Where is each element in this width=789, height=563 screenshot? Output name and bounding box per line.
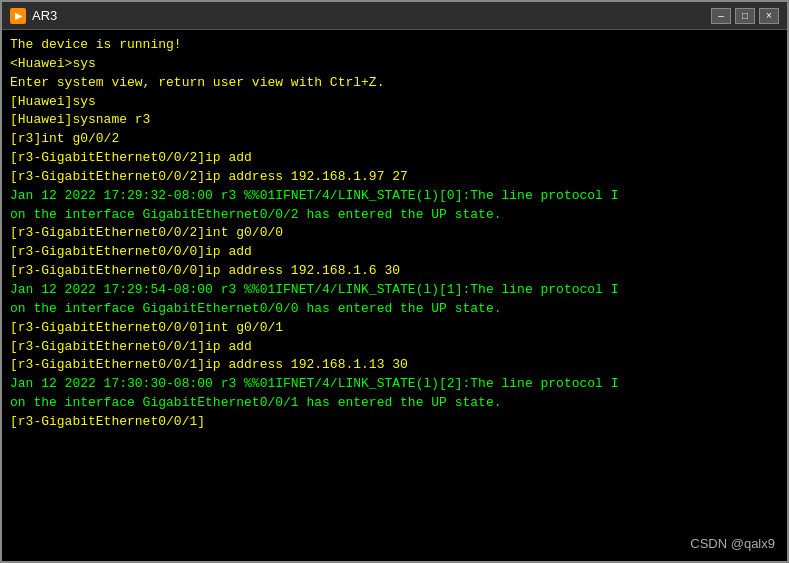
- terminal-line: [Huawei]sys: [10, 93, 779, 112]
- terminal-line: The device is running!: [10, 36, 779, 55]
- terminal-line: [r3-GigabitEthernet0/0/0]ip address 192.…: [10, 262, 779, 281]
- terminal-line: on the interface GigabitEthernet0/0/2 ha…: [10, 206, 779, 225]
- app-icon: ▶: [10, 8, 26, 24]
- maximize-button[interactable]: □: [735, 8, 755, 24]
- terminal-line: on the interface GigabitEthernet0/0/1 ha…: [10, 394, 779, 413]
- window-title: AR3: [32, 8, 711, 23]
- terminal-line: [r3-GigabitEthernet0/0/1]ip address 192.…: [10, 356, 779, 375]
- terminal-line: [Huawei]sysname r3: [10, 111, 779, 130]
- watermark: CSDN @qalx9: [690, 536, 775, 551]
- terminal-line: [r3-GigabitEthernet0/0/2]int g0/0/0: [10, 224, 779, 243]
- terminal-line: [r3-GigabitEthernet0/0/0]int g0/0/1: [10, 319, 779, 338]
- terminal-line: [r3-GigabitEthernet0/0/1]: [10, 413, 779, 432]
- terminal-body[interactable]: The device is running!<Huawei>sysEnter s…: [2, 30, 787, 561]
- minimize-button[interactable]: –: [711, 8, 731, 24]
- terminal-line: [r3-GigabitEthernet0/0/0]ip add: [10, 243, 779, 262]
- terminal-line: <Huawei>sys: [10, 55, 779, 74]
- application-window: ▶ AR3 – □ × The device is running!<Huawe…: [0, 0, 789, 563]
- terminal-line: [r3]int g0/0/2: [10, 130, 779, 149]
- terminal-output: The device is running!<Huawei>sysEnter s…: [10, 36, 779, 432]
- terminal-line: Jan 12 2022 17:30:30-08:00 r3 %%01IFNET/…: [10, 375, 779, 394]
- terminal-line: [r3-GigabitEthernet0/0/2]ip add: [10, 149, 779, 168]
- close-button[interactable]: ×: [759, 8, 779, 24]
- terminal-line: [r3-GigabitEthernet0/0/2]ip address 192.…: [10, 168, 779, 187]
- terminal-line: Jan 12 2022 17:29:54-08:00 r3 %%01IFNET/…: [10, 281, 779, 300]
- window-controls: – □ ×: [711, 8, 779, 24]
- terminal-line: [r3-GigabitEthernet0/0/1]ip add: [10, 338, 779, 357]
- terminal-line: Enter system view, return user view with…: [10, 74, 779, 93]
- terminal-line: on the interface GigabitEthernet0/0/0 ha…: [10, 300, 779, 319]
- terminal-line: Jan 12 2022 17:29:32-08:00 r3 %%01IFNET/…: [10, 187, 779, 206]
- title-bar: ▶ AR3 – □ ×: [2, 2, 787, 30]
